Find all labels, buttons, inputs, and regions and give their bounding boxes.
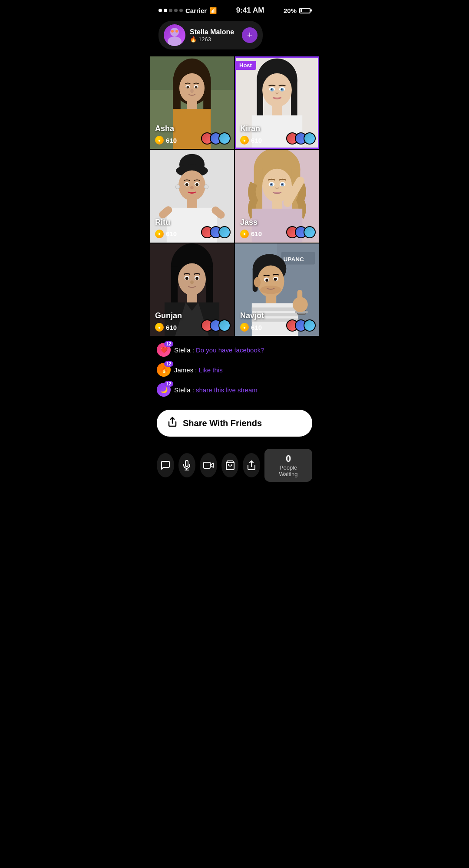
avatar [164, 24, 185, 46]
badge-purple: 🌙 12 [157, 383, 171, 397]
kiran-viewers [286, 132, 316, 145]
chat-text-1: Stella : Do you have facebook? [174, 346, 264, 354]
add-button[interactable]: + [242, 27, 258, 43]
svg-point-33 [178, 171, 205, 201]
video-cell-asha[interactable]: Asha ● 610 [150, 56, 234, 149]
people-waiting-label: People Waiting [272, 464, 304, 477]
chat-user-1: Stella : [174, 346, 196, 354]
share-section: Share With Friends [150, 406, 319, 444]
badge-heart: ❤️ 12 [157, 343, 171, 357]
svg-point-91 [274, 278, 277, 281]
score-value: 1263 [198, 36, 211, 43]
video-cell-ritu[interactable]: Ritu ● 610 [150, 150, 234, 242]
video-cell-jass[interactable]: Jass ● 610 [235, 150, 319, 242]
video-cell-kiran[interactable]: Host Kiran ● 610 [235, 56, 319, 149]
jass-viewers [286, 226, 316, 238]
camera-button[interactable] [200, 453, 217, 477]
navjot-name: Navjot [240, 311, 264, 320]
badge-count-1: 12 [164, 341, 173, 347]
profile-card[interactable]: Stella Malone 🔥 1263 + [159, 21, 263, 49]
host-badge: Host [235, 61, 256, 70]
mic-button[interactable] [178, 453, 196, 477]
viewer-3 [218, 319, 231, 332]
chat-user-3: Stella : [174, 386, 196, 394]
video-cell-navjot[interactable]: UPANC [235, 243, 319, 336]
svg-point-56 [270, 184, 272, 185]
svg-point-71 [195, 277, 198, 280]
svg-point-1 [168, 36, 182, 46]
navjot-coins: ● 610 [240, 323, 262, 332]
svg-point-16 [190, 89, 194, 93]
signal-dot-2 [164, 9, 167, 12]
svg-rect-99 [204, 462, 210, 468]
svg-point-28 [271, 89, 272, 90]
svg-point-15 [195, 86, 198, 89]
gunjan-viewers [201, 319, 231, 332]
chat-text-2: James : Like this [174, 366, 223, 374]
chat-message-3: 🌙 12 Stella : share this live stream [157, 383, 312, 397]
bottom-bar: 0 People Waiting [150, 444, 319, 490]
share-with-friends-button[interactable]: Share With Friends [157, 410, 312, 437]
share-action-button[interactable] [243, 453, 260, 477]
chat-content-2: Like this [199, 366, 223, 374]
people-waiting-panel: 0 People Waiting [264, 449, 312, 482]
viewer-3 [218, 132, 231, 145]
svg-point-44 [204, 185, 208, 189]
chat-message-1: ❤️ 12 Stella : Do you have facebook? [157, 343, 312, 357]
svg-point-29 [281, 89, 283, 90]
svg-text:UPANC: UPANC [284, 256, 304, 263]
chat-text-3: Stella : share this live stream [174, 386, 258, 394]
asha-coins: ● 610 [155, 136, 177, 145]
profile-score: 🔥 1263 [190, 36, 234, 43]
share-button-label: Share With Friends [183, 418, 262, 428]
ritu-viewers [201, 226, 231, 238]
coin-icon: ● [155, 323, 164, 332]
chat-user-2: James : [174, 366, 199, 374]
share-icon [167, 417, 178, 430]
coin-icon: ● [240, 136, 249, 145]
chat-button[interactable] [157, 453, 174, 477]
viewer-3 [304, 132, 316, 145]
battery-fill [301, 9, 302, 12]
chat-content-3: share this live stream [196, 386, 258, 394]
asha-viewers [201, 132, 231, 145]
profile-name: Stella Malone [190, 28, 234, 36]
signal-dot-4 [174, 9, 178, 12]
svg-point-3 [175, 30, 178, 33]
coin-icon: ● [155, 230, 164, 238]
svg-point-90 [265, 279, 268, 282]
jass-name: Jass [240, 218, 258, 227]
viewer-3 [304, 226, 316, 238]
svg-point-2 [171, 30, 174, 33]
badge-fire: 🔥 12 [157, 363, 171, 377]
ritu-name: Ritu [155, 218, 170, 227]
wifi-icon: 📶 [209, 7, 217, 14]
signal-dot-3 [169, 9, 172, 12]
signal-dot-1 [159, 9, 162, 12]
kiran-name: Kiran [240, 124, 260, 133]
svg-rect-94 [297, 289, 303, 306]
svg-point-80 [254, 277, 261, 287]
status-right: 20% [284, 7, 310, 14]
chat-message-2: 🔥 12 James : Like this [157, 363, 312, 377]
svg-point-43 [175, 185, 180, 189]
svg-point-40 [185, 184, 188, 187]
status-left: Carrier 📶 [159, 7, 217, 14]
bag-button[interactable] [221, 453, 239, 477]
viewer-3 [304, 319, 316, 332]
battery-percent: 20% [284, 7, 297, 14]
chat-content-1: Do you have facebook? [196, 346, 264, 354]
gunjan-coins: ● 610 [155, 323, 177, 332]
chat-section: ❤️ 12 Stella : Do you have facebook? 🔥 1… [150, 336, 319, 406]
signal-dot-5 [179, 9, 183, 12]
coin-icon: ● [155, 136, 164, 145]
svg-point-41 [195, 184, 198, 187]
video-cell-gunjan[interactable]: Gunjan ● 610 [150, 243, 234, 336]
svg-point-21 [262, 73, 292, 107]
people-waiting-count: 0 [272, 453, 304, 464]
flame-icon: 🔥 [190, 36, 197, 43]
svg-point-63 [178, 263, 206, 295]
svg-rect-83 [252, 307, 298, 311]
battery-icon [299, 8, 310, 13]
viewer-3 [218, 226, 231, 238]
